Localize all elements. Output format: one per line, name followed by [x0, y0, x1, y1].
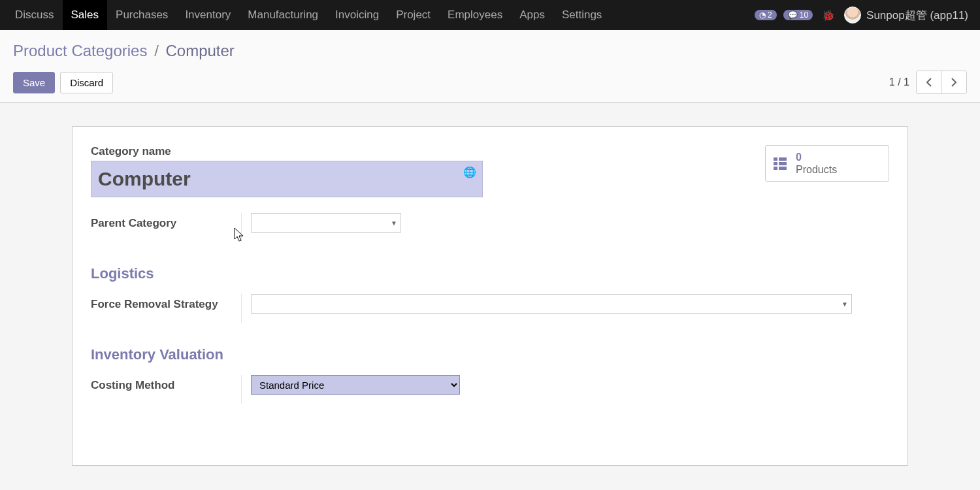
removal-strategy-row: Force Removal Strategy ▼: [91, 294, 889, 323]
user-menu[interactable]: Sunpop超管 (app11): [844, 7, 968, 24]
products-stat-button[interactable]: 0 Products: [765, 145, 889, 182]
pager-prev[interactable]: [917, 71, 941, 93]
stat-label: Products: [796, 163, 837, 176]
nav-employees[interactable]: Employees: [439, 0, 511, 30]
stat-text: 0 Products: [796, 151, 837, 176]
removal-strategy-input[interactable]: [251, 294, 852, 314]
messages-badge[interactable]: 💬 10: [783, 10, 813, 20]
breadcrumb-root[interactable]: Product Categories: [13, 42, 147, 59]
costing-method-label: Costing Method: [91, 375, 241, 404]
translate-globe-icon[interactable]: 🌐: [463, 166, 476, 178]
logistics-section-header: Logistics: [91, 265, 889, 282]
pager-buttons: [916, 71, 967, 94]
nav-apps[interactable]: Apps: [511, 0, 553, 30]
nav-project[interactable]: Project: [387, 0, 439, 30]
parent-category-row: Parent Category ▼: [91, 213, 889, 242]
category-name-input[interactable]: [91, 161, 483, 197]
debug-icon[interactable]: 🐞: [819, 9, 838, 22]
control-panel: Product Categories / Computer Save Disca…: [0, 30, 980, 103]
messages-count: 10: [800, 10, 808, 20]
nav-settings[interactable]: Settings: [553, 0, 610, 30]
costing-method-select[interactable]: Standard Price: [251, 375, 460, 395]
breadcrumb-current: Computer: [165, 42, 234, 59]
form-container: 0 Products Category name 🌐 Parent Catego…: [0, 103, 980, 466]
pager-group: 1 / 1: [889, 71, 967, 94]
action-buttons: Save Discard: [13, 72, 113, 93]
inventory-valuation-section-header: Inventory Valuation: [91, 346, 889, 363]
control-panel-bottom: Save Discard 1 / 1: [13, 71, 967, 94]
nav-invoicing[interactable]: Invoicing: [327, 0, 387, 30]
stat-count: 0: [796, 151, 837, 163]
discard-button[interactable]: Discard: [60, 72, 113, 93]
nav-menu: Discuss Sales Purchases Inventory Manufa…: [7, 0, 610, 30]
nav-purchases[interactable]: Purchases: [107, 0, 176, 30]
activity-badge[interactable]: ◔ 2: [755, 10, 777, 20]
parent-category-label: Parent Category: [91, 213, 241, 242]
clock-icon: ◔: [759, 10, 766, 20]
nav-discuss[interactable]: Discuss: [7, 0, 63, 30]
nav-sales[interactable]: Sales: [63, 0, 108, 30]
user-name: Sunpop超管 (app11): [866, 8, 968, 23]
list-icon: [774, 157, 787, 170]
pager-next[interactable]: [941, 71, 966, 93]
top-nav: Discuss Sales Purchases Inventory Manufa…: [0, 0, 980, 30]
chevron-left-icon: [926, 78, 932, 87]
nav-right-group: ◔ 2 💬 10 🐞 Sunpop超管 (app11): [755, 7, 973, 24]
chevron-right-icon: [951, 78, 957, 87]
breadcrumb: Product Categories / Computer: [13, 42, 967, 60]
activity-count: 2: [768, 10, 772, 20]
breadcrumb-separator: /: [154, 42, 159, 59]
removal-strategy-label: Force Removal Strategy: [91, 294, 241, 323]
parent-category-input[interactable]: [251, 213, 401, 233]
nav-inventory[interactable]: Inventory: [176, 0, 239, 30]
costing-method-row: Costing Method Standard Price: [91, 375, 889, 404]
pager-text: 1 / 1: [889, 76, 909, 88]
chat-icon: 💬: [788, 10, 798, 20]
avatar: [844, 7, 861, 24]
form-sheet: 0 Products Category name 🌐 Parent Catego…: [72, 126, 908, 466]
nav-manufacturing[interactable]: Manufacturing: [239, 0, 327, 30]
save-button[interactable]: Save: [13, 72, 55, 93]
